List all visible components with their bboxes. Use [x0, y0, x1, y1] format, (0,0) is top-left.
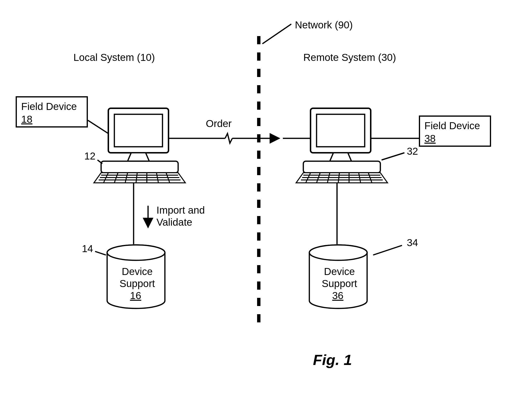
import-validate-l1: Import and [156, 204, 205, 216]
connectors [0, 0, 532, 396]
svg-line-38 [95, 251, 106, 255]
db-right-l2: Support [320, 278, 359, 289]
diagram-canvas: Network (90) Local System (10) Remote Sy… [0, 0, 532, 396]
svg-line-28 [88, 120, 108, 134]
svg-line-34 [382, 153, 404, 160]
import-validate-l2: Validate [156, 217, 192, 228]
pc-right-ref: 32 [407, 146, 418, 157]
svg-line-39 [373, 245, 402, 255]
svg-point-41 [107, 245, 165, 260]
db-left-l2: Support [118, 278, 156, 289]
db-right-ref: 34 [407, 237, 418, 249]
db-left-ref: 14 [82, 243, 93, 255]
svg-point-43 [309, 245, 367, 260]
db-left-l1: Device [120, 266, 154, 277]
figure-caption: Fig. 1 [313, 351, 352, 368]
pc-left-ref: 12 [84, 150, 96, 162]
db-left-ref-inner: 16 [130, 290, 141, 301]
db-right-ref-inner: 36 [332, 290, 344, 301]
db-right-l1: Device [323, 266, 356, 277]
svg-line-29 [97, 160, 102, 164]
order-label: Order [206, 118, 232, 129]
